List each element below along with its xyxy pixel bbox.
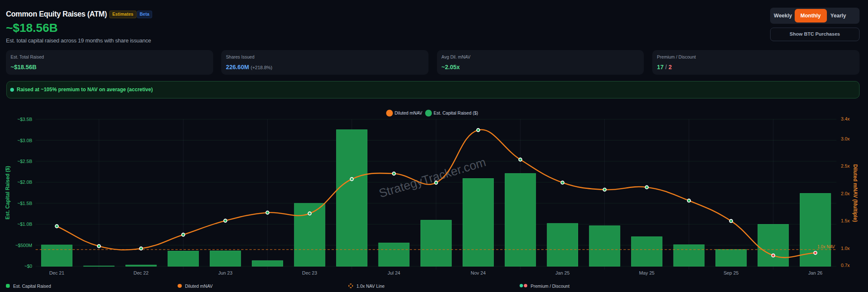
svg-text:1.5x: 1.5x (841, 218, 850, 223)
svg-text:Jan 25: Jan 25 (555, 270, 570, 275)
svg-text:~$3.0B: ~$3.0B (17, 138, 32, 143)
svg-text:~$1.0B: ~$1.0B (17, 222, 32, 227)
svg-text:Jul 24: Jul 24 (387, 270, 400, 275)
svg-text:Nov 24: Nov 24 (471, 270, 486, 275)
svg-text:Diluted mNAV: Diluted mNAV (395, 110, 422, 115)
svg-text:3.0x: 3.0x (841, 136, 850, 141)
svg-text:May 25: May 25 (639, 270, 655, 275)
svg-text:2.5x: 2.5x (841, 163, 850, 168)
svg-text:~$1.5B: ~$1.5B (17, 201, 32, 206)
svg-text:Est. Capital Raised ($): Est. Capital Raised ($) (434, 110, 478, 115)
svg-text:1.0x: 1.0x (841, 246, 850, 251)
svg-text:Jun 23: Jun 23 (218, 270, 233, 275)
svg-text:Dec 23: Dec 23 (302, 270, 317, 275)
svg-text:~$2.5B: ~$2.5B (17, 159, 32, 164)
svg-text:Sep 25: Sep 25 (723, 270, 738, 275)
svg-text:1.0x NAV: 1.0x NAV (818, 244, 835, 249)
svg-text:Diluted mNAV (Multiple): Diluted mNAV (Multiple) (852, 164, 858, 222)
svg-text:~$0: ~$0 (24, 264, 32, 269)
svg-text:~$2.0B: ~$2.0B (17, 180, 32, 185)
svg-text:~$3.5B: ~$3.5B (17, 117, 32, 122)
svg-text:2.0x: 2.0x (841, 191, 850, 196)
svg-text:0.7x: 0.7x (841, 263, 850, 268)
svg-text:Dec 22: Dec 22 (134, 270, 148, 275)
svg-text:~$500M: ~$500M (15, 243, 32, 248)
svg-text:Jan 26: Jan 26 (808, 270, 823, 275)
svg-text:Est. Capital Raised ($): Est. Capital Raised ($) (5, 166, 11, 219)
svg-text:3.4x: 3.4x (841, 116, 850, 121)
svg-text:Dec 21: Dec 21 (49, 270, 64, 275)
